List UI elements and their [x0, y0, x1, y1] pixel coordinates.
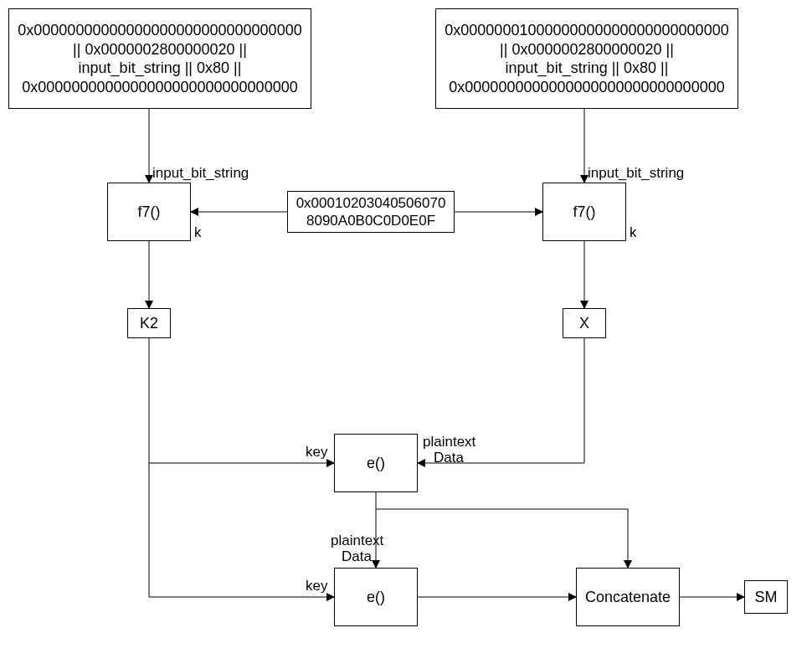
- f7-right: f7(): [542, 183, 626, 241]
- label-plaintext-e2-a: plaintext: [331, 533, 383, 549]
- label: X: [579, 314, 589, 333]
- sm-box: SM: [744, 580, 788, 614]
- input-block-left: 0x00000000000000000000000000000000 || 0x…: [8, 8, 311, 109]
- label-input-bit-string-left: input_bit_string: [152, 166, 249, 182]
- e1-box: e(): [334, 434, 418, 492]
- concatenate-box: Concatenate: [576, 568, 680, 626]
- label-k-right: k: [630, 225, 637, 241]
- x-box: X: [563, 308, 606, 338]
- label: e(): [367, 454, 385, 473]
- e2-box: e(): [334, 568, 418, 626]
- text: || 0x0000002800000020 ||: [500, 40, 674, 59]
- text: || 0x0000002800000020 ||: [73, 40, 247, 59]
- text: 8090A0B0C0D0E0F: [306, 212, 435, 229]
- label-input-bit-string-right: input_bit_string: [588, 166, 684, 182]
- label: SM: [755, 588, 778, 607]
- k2-box: K2: [127, 308, 171, 338]
- text: input_bit_string || 0x80 ||: [79, 59, 242, 78]
- label-k-left: k: [194, 225, 202, 241]
- text: input_bit_string || 0x80 ||: [506, 59, 669, 78]
- label-key-e2: key: [306, 579, 327, 594]
- input-block-right: 0x00000001000000000000000000000000 || 0x…: [435, 8, 738, 109]
- text: 0x0000000000000000000000000000000: [449, 78, 724, 97]
- text: 0x0000000000000000000000000000000: [22, 78, 297, 97]
- label-plaintext-e2-b: Data: [342, 549, 372, 565]
- label-plaintext-e1-a: plaintext: [423, 435, 475, 450]
- label-plaintext-e1-b: Data: [434, 450, 464, 466]
- label-key-e1: key: [306, 445, 327, 461]
- text: 0x00010203040506070: [296, 194, 446, 212]
- key-constant: 0x00010203040506070 8090A0B0C0D0E0F: [287, 191, 455, 233]
- label: K2: [140, 314, 158, 333]
- label: e(): [367, 588, 385, 607]
- label: f7(): [573, 203, 596, 222]
- text: 0x00000001000000000000000000000000: [445, 21, 728, 40]
- label: Concatenate: [585, 588, 671, 607]
- label: f7(): [138, 203, 161, 222]
- f7-left: f7(): [107, 183, 191, 241]
- text: 0x00000000000000000000000000000000: [18, 21, 301, 40]
